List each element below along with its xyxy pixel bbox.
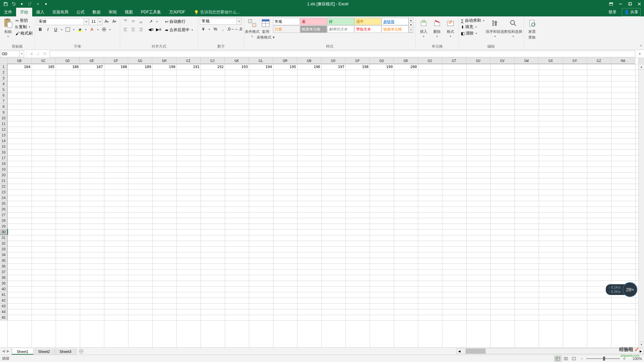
grid-cell[interactable]: 190 [152, 64, 176, 70]
grid-cell[interactable]: 199 [370, 64, 394, 70]
style-explanatory[interactable]: 解释性文本 [327, 25, 354, 33]
grid-cell[interactable]: 194 [249, 64, 273, 70]
number-format-input[interactable] [200, 18, 237, 25]
tab-pdf[interactable]: PDF工具集 [137, 8, 165, 16]
row-header[interactable]: 20 [0, 172, 7, 178]
undo-icon[interactable] [11, 1, 17, 7]
row-header[interactable]: 34 [0, 252, 7, 258]
italic-button[interactable]: I [45, 26, 51, 33]
ribbon-display-icon[interactable] [606, 0, 616, 8]
column-header[interactable]: GO [321, 58, 345, 64]
column-header[interactable]: GF [104, 58, 128, 64]
row-header[interactable]: 30 [0, 229, 7, 235]
insert-function-button[interactable]: fx [42, 51, 48, 57]
row-header[interactable]: 28 [0, 218, 7, 224]
grid-cell[interactable]: 189 [128, 64, 152, 70]
row-header[interactable]: 15 [0, 144, 7, 149]
sheet-tab-sheet3[interactable]: Sheet3 [55, 349, 76, 355]
wrap-text-button[interactable]: ↩自动换行 [163, 18, 196, 25]
column-header[interactable]: GP [345, 58, 370, 64]
row-header[interactable]: 1 [0, 64, 7, 70]
row-header[interactable]: 19 [0, 167, 7, 172]
horizontal-scrollbar-track[interactable] [462, 349, 638, 354]
align-left-button[interactable] [122, 26, 129, 33]
grid-cell[interactable]: 200 [394, 64, 418, 70]
invoice-check-button[interactable]: 发票 查验 [526, 18, 538, 40]
style-check-cell[interactable]: 检查单元格 [300, 25, 327, 33]
style-bad[interactable]: 差 [300, 18, 327, 25]
column-header[interactable]: GD [56, 58, 80, 64]
page-layout-view-button[interactable] [562, 356, 570, 362]
style-hyperlink[interactable]: 超链接 [382, 18, 409, 25]
formula-bar-input[interactable] [50, 51, 635, 57]
column-header[interactable]: GM [273, 58, 297, 64]
tab-wanxing[interactable]: 万兴PDF [165, 8, 189, 16]
paste-button[interactable]: 粘贴 ▾ [2, 18, 14, 38]
row-header[interactable]: 23 [0, 189, 7, 195]
tab-review[interactable]: 审阅 [105, 8, 121, 16]
grid-cell[interactable]: 185 [32, 64, 56, 70]
clear-button[interactable]: ◧清除 ▾ [461, 31, 485, 36]
tab-home[interactable]: 开始 [16, 8, 32, 16]
increase-decimal-button[interactable]: .0→ [227, 25, 234, 33]
row-header[interactable]: 39 [0, 281, 7, 286]
column-header[interactable]: GE [80, 58, 104, 64]
formula-bar-expand[interactable]: ▾ [637, 52, 643, 56]
row-header[interactable]: 38 [0, 275, 7, 281]
grid-cell[interactable]: 198 [345, 64, 370, 70]
column-header[interactable]: GB [7, 58, 32, 64]
customize-qat-icon[interactable]: ▾ [43, 1, 49, 7]
row-header[interactable]: 21 [0, 178, 7, 184]
row-header[interactable]: 42 [0, 298, 7, 303]
row-header[interactable]: 45 [0, 315, 7, 320]
normal-view-button[interactable] [554, 356, 561, 362]
cut-button[interactable]: ✂剪切 [15, 18, 33, 23]
comma-button[interactable]: , [220, 25, 226, 33]
share-button[interactable]: 👤 共享 [622, 8, 641, 16]
close-icon[interactable] [635, 0, 644, 8]
sort-filter-button[interactable]: 排序和筛选▾ [487, 18, 503, 38]
number-format-dropdown[interactable]: ▾ [237, 18, 241, 25]
row-header[interactable]: 26 [0, 206, 7, 212]
grid-cell[interactable]: 187 [80, 64, 104, 70]
column-header[interactable]: GQ [370, 58, 394, 64]
column-header[interactable]: GY [563, 58, 587, 64]
scroll-up-button[interactable]: ▴ [639, 64, 644, 70]
align-bottom-button[interactable] [138, 18, 144, 25]
increase-indent-button[interactable]: ▶≡ [155, 26, 162, 33]
merge-center-button[interactable]: ⬌合并后居中▾ [163, 26, 196, 34]
column-header[interactable]: GW [515, 58, 539, 64]
bold-button[interactable]: B [37, 26, 44, 33]
select-all-button[interactable] [0, 58, 7, 64]
column-header[interactable]: GU [466, 58, 490, 64]
row-header[interactable]: 5 [0, 87, 7, 93]
row-header[interactable]: 9 [0, 110, 7, 115]
row-header[interactable]: 37 [0, 269, 7, 275]
row-header[interactable]: 44 [0, 309, 7, 315]
border-button[interactable] [64, 26, 71, 33]
row-header[interactable]: 29 [0, 224, 7, 229]
row-header[interactable]: 35 [0, 258, 7, 263]
format-as-table-button[interactable]: 套用 表格格式 ▾ [260, 18, 272, 40]
column-header[interactable]: GV [490, 58, 515, 64]
tab-insert[interactable]: 插入 [32, 8, 48, 16]
grid-cell[interactable]: 186 [56, 64, 80, 70]
save-icon[interactable] [3, 1, 9, 7]
sheet-nav-next[interactable]: ▶ [7, 349, 9, 353]
row-header[interactable]: 33 [0, 246, 7, 252]
row-header[interactable]: 31 [0, 235, 7, 241]
percent-button[interactable]: % [212, 25, 219, 33]
new-sheet-button[interactable] [76, 348, 86, 355]
delete-cells-button[interactable]: 删除▾ [431, 18, 443, 38]
column-header[interactable]: GL [249, 58, 273, 64]
row-header[interactable]: 13 [0, 132, 7, 138]
row-header[interactable]: 18 [0, 161, 7, 167]
row-header[interactable]: 32 [0, 241, 7, 246]
sheet-nav-prev[interactable]: ◀ [2, 349, 5, 353]
tab-data[interactable]: 数据 [89, 8, 105, 16]
login-button[interactable]: 登录 [606, 8, 619, 16]
row-header[interactable]: 4 [0, 81, 7, 87]
format-painter-button[interactable]: 🖌格式刷 [15, 31, 33, 36]
grid-cell[interactable]: 195 [273, 64, 297, 70]
underline-button[interactable]: U [52, 26, 59, 33]
